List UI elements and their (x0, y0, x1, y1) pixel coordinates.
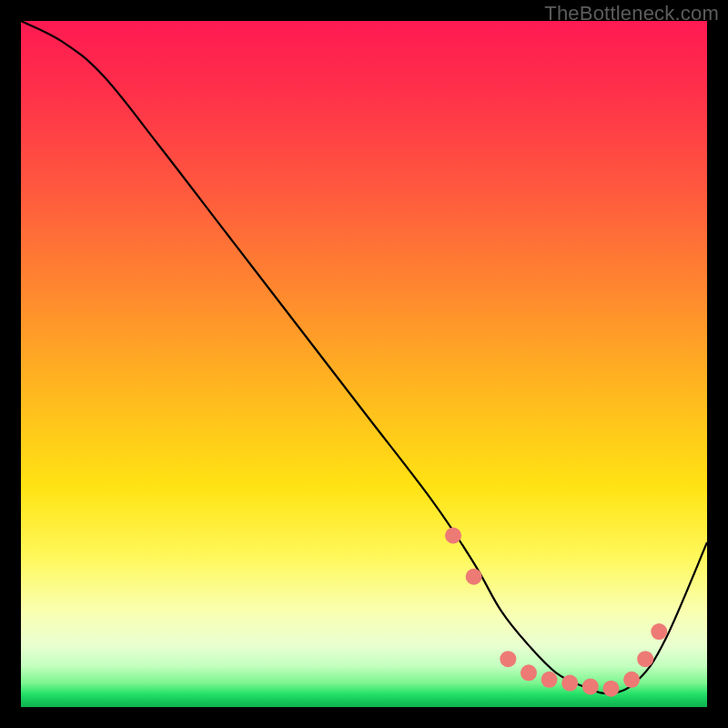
chart-frame: TheBottleneck.com (0, 0, 728, 728)
marker-dot (602, 681, 619, 697)
marker-dot (637, 651, 653, 667)
chart-svg (21, 21, 707, 707)
marker-dot (500, 651, 516, 667)
marker-dots (445, 528, 667, 697)
plot-area (21, 21, 707, 707)
marker-dot (541, 672, 558, 688)
marker-dot (561, 675, 578, 692)
marker-dot (466, 569, 482, 585)
marker-dot (623, 672, 640, 688)
watermark-text: TheBottleneck.com (544, 2, 719, 25)
marker-dot (651, 623, 667, 640)
marker-dot (582, 678, 599, 694)
bottleneck-curve (21, 21, 707, 693)
marker-dot (521, 664, 537, 681)
marker-dot (445, 528, 461, 544)
